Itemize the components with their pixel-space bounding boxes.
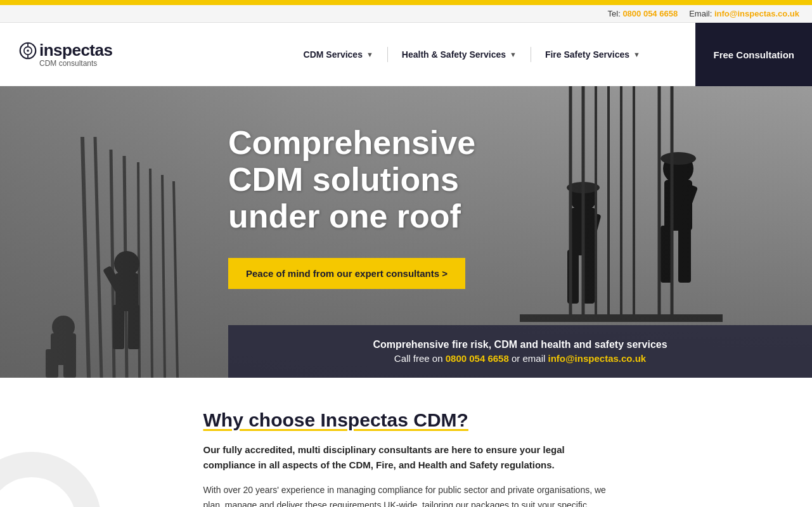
cdm-services-chevron-icon: ▼ (366, 51, 373, 58)
why-section: Why choose Inspectas CDM? Our fully accr… (191, 409, 622, 507)
fire-safety-chevron-icon: ▼ (633, 51, 640, 58)
decorative-circle (0, 452, 101, 507)
logo-icon (19, 42, 37, 60)
banner-line1: Comprehensive fire risk, CDM and health … (246, 339, 794, 350)
info-banner: Comprehensive fire risk, CDM and health … (228, 325, 812, 378)
nav-health-safety[interactable]: Health & Safety Services ▼ (388, 23, 531, 86)
logo[interactable]: inspectas (19, 41, 112, 60)
banner-email-link[interactable]: info@inspectas.co.uk (548, 353, 647, 364)
email-label: Email: (689, 9, 712, 18)
hero-cta-button[interactable]: Peace of mind from our expert consultant… (228, 258, 465, 289)
banner-line2: Call free on 0800 054 6658 or email info… (246, 353, 794, 364)
why-desc-2: With over 20 years' experience in managi… (203, 483, 609, 507)
why-desc-1: Our fully accredited, multi disciplinary… (203, 442, 609, 473)
hero-title: Comprehensive CDM solutions under one ro… (228, 124, 475, 235)
site-header: inspectas CDM consultants CDM Services ▼… (0, 23, 812, 86)
content-area: Why choose Inspectas CDM? Our fully accr… (0, 409, 812, 507)
svg-point-2 (27, 49, 29, 52)
free-consultation-button[interactable]: Free Consultation (695, 23, 812, 86)
email-link[interactable]: info@inspectas.co.uk (714, 9, 799, 18)
banner-phone-link[interactable]: 0800 054 6658 (446, 353, 509, 364)
hero-content: Comprehensive CDM solutions under one ro… (228, 124, 475, 289)
tel-label: Tel: (608, 9, 621, 18)
yellow-accent-bar (0, 0, 812, 5)
why-title: Why choose Inspectas CDM? (203, 409, 609, 431)
nav-fire-safety[interactable]: Fire Safety Services ▼ (531, 23, 654, 86)
tel-link[interactable]: 0800 054 6658 (622, 9, 678, 18)
nav-cdm-services[interactable]: CDM Services ▼ (290, 23, 387, 86)
top-bar: Tel: 0800 054 6658 Email: info@inspectas… (0, 5, 812, 23)
logo-text: inspectas (39, 41, 112, 60)
logo-area: inspectas CDM consultants (19, 41, 112, 68)
hero-section: Comprehensive CDM solutions under one ro… (0, 86, 812, 378)
logo-subtitle: CDM consultants (39, 59, 97, 68)
health-safety-chevron-icon: ▼ (510, 51, 517, 58)
